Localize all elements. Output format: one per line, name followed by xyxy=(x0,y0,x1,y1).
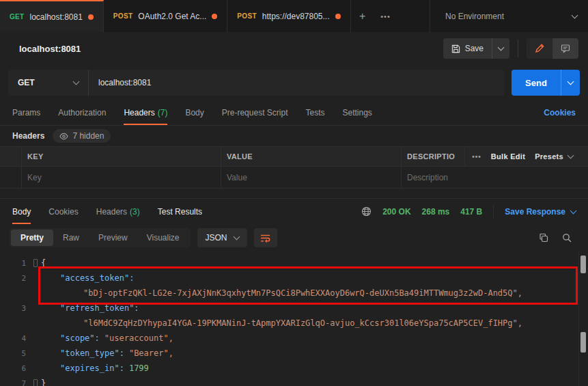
view-raw[interactable]: Raw xyxy=(53,230,89,246)
table-tools: ••• Bulk Edit Presets xyxy=(464,147,583,166)
headers-table-header: KEY VALUE DESCRIPTIO ••• Bulk Edit Prese… xyxy=(0,146,588,167)
json-number-value: 1799 xyxy=(129,363,149,373)
table-more-options-icon[interactable]: ••• xyxy=(472,153,481,161)
scrollbar-thumb[interactable] xyxy=(580,256,586,273)
method-badge-post: POST xyxy=(113,12,132,20)
request-tabs-strip: GET localhost:8081 POST OAuth2.0 Get Ac.… xyxy=(0,0,430,32)
tab-headers-label: Headers xyxy=(124,108,154,118)
method-badge-get: GET xyxy=(10,13,24,20)
headers-count-badge: (7) xyxy=(158,108,168,118)
response-body-viewer[interactable]: 1 { 2 "access_token": "bDj-optFzQKl-LG2e… xyxy=(0,251,588,386)
response-tab-test-results[interactable]: Test Results xyxy=(158,199,202,224)
response-tab-cookies[interactable]: Cookies xyxy=(48,199,78,224)
code-line: 1 { xyxy=(0,256,588,271)
request-tab-3[interactable]: POST https://dev87805... xyxy=(227,0,350,32)
save-button-group: Save xyxy=(443,38,509,59)
save-response-dropdown[interactable]: Save Response xyxy=(493,205,576,219)
line-number: 7 xyxy=(0,379,30,386)
tab-label: localhost:8081 xyxy=(29,12,82,22)
url-input[interactable]: localhost:8081 xyxy=(89,70,505,96)
line-number: 4 xyxy=(0,334,30,343)
bulk-edit-button[interactable]: Bulk Edit xyxy=(491,152,525,161)
format-selector[interactable]: JSON xyxy=(197,228,247,247)
response-time: 268 ms xyxy=(422,207,450,217)
value-input[interactable]: Value xyxy=(221,167,402,188)
send-button[interactable]: Send xyxy=(512,70,561,96)
column-key: KEY xyxy=(22,147,221,166)
json-key: "scope": xyxy=(60,333,100,343)
code-line: 7 } xyxy=(0,376,588,386)
code-line: 6 "expires_in":1799 xyxy=(0,361,588,376)
save-options-button[interactable] xyxy=(492,38,509,59)
environment-label: No Environment xyxy=(445,12,504,21)
view-pretty[interactable]: Pretty xyxy=(11,230,53,246)
edit-button[interactable] xyxy=(527,38,552,59)
wrap-text-button[interactable] xyxy=(254,228,277,247)
scrollbar-track xyxy=(578,251,579,386)
method-selector[interactable]: GET xyxy=(8,70,89,96)
new-tab-button[interactable]: + xyxy=(351,0,374,32)
code-fold-icon[interactable] xyxy=(33,379,38,386)
column-description: DESCRIPTIO xyxy=(407,152,458,161)
tab-body[interactable]: Body xyxy=(185,100,204,125)
tab-label: OAuth2.0 Get Ac... xyxy=(138,12,206,21)
eye-icon xyxy=(59,133,68,140)
save-icon xyxy=(451,44,460,53)
request-tab-1[interactable]: GET localhost:8081 xyxy=(0,0,104,32)
code-fold-icon[interactable] xyxy=(33,259,38,267)
network-globe-icon[interactable] xyxy=(361,206,372,217)
response-tab-headers[interactable]: Headers (3) xyxy=(96,199,140,224)
view-visualize[interactable]: Visualize xyxy=(137,230,189,246)
copy-icon[interactable] xyxy=(539,233,548,243)
hidden-headers-toggle[interactable]: 7 hidden xyxy=(53,129,111,143)
response-toolbar: Pretty Raw Preview Visualize JSON xyxy=(0,224,588,251)
tab-authorization[interactable]: Authorization xyxy=(58,100,106,125)
json-string-value: "Bearer", xyxy=(129,348,173,358)
request-title-row: localhost:8081 Save xyxy=(0,32,588,65)
format-selected-label: JSON xyxy=(206,233,227,243)
headers-section-title: Headers xyxy=(12,131,44,141)
unsaved-dot-icon xyxy=(212,14,217,19)
scrollbar-thumb[interactable] xyxy=(580,332,586,353)
send-options-button[interactable] xyxy=(561,70,580,96)
presets-dropdown[interactable]: Presets xyxy=(535,152,583,161)
code-line: 5 "token_type":"Bearer", xyxy=(0,346,588,361)
request-tab-2[interactable]: POST OAuth2.0 Get Ac... xyxy=(104,0,228,32)
json-key: "expires_in": xyxy=(60,363,124,373)
tab-label: https://dev87805... xyxy=(262,12,330,21)
json-string-value: "bDj-optFzQKl-LG2e-7xjAXjNnK3qxhytMn7PsQ… xyxy=(83,288,522,298)
postman-window: GET localhost:8081 POST OAuth2.0 Get Ac.… xyxy=(0,0,588,386)
tab-params[interactable]: Params xyxy=(12,100,40,125)
code-line: 3 "refresh_token": xyxy=(0,301,588,316)
unsaved-dot-icon xyxy=(335,14,341,19)
code-line: 2 "access_token": xyxy=(0,271,588,286)
tab-prerequest-script[interactable]: Pre-request Script xyxy=(222,100,288,125)
cookies-link[interactable]: Cookies xyxy=(544,108,576,118)
tab-settings[interactable]: Settings xyxy=(343,100,372,125)
key-input[interactable]: Key xyxy=(22,167,221,188)
description-input[interactable]: Description xyxy=(402,167,588,188)
tab-more-options-icon[interactable]: ••• xyxy=(374,0,397,32)
tab-tests[interactable]: Tests xyxy=(305,100,324,125)
view-preview[interactable]: Preview xyxy=(89,230,137,246)
json-string-value: "l6MdC9ZqHzDYhypaI4YGA-19PKMANinJ-tApmpY… xyxy=(83,318,522,328)
chevron-down-icon xyxy=(570,207,577,214)
unsaved-dot-icon xyxy=(88,14,94,20)
save-button[interactable]: Save xyxy=(443,38,492,59)
json-key: "refresh_token": xyxy=(60,303,139,313)
response-header: Body Cookies Headers (3) Test Results 20… xyxy=(0,198,588,224)
response-size: 417 B xyxy=(460,207,482,217)
code-line: 4 "scope":"useraccount", xyxy=(0,331,588,346)
checkbox-column xyxy=(0,147,22,166)
comment-button[interactable] xyxy=(552,38,578,59)
save-button-label: Save xyxy=(465,44,484,53)
environment-selector[interactable]: No Environment xyxy=(430,0,588,32)
json-key: "token_type": xyxy=(60,348,124,358)
code-line: "bDj-optFzQKl-LG2e-7xjAXjNnK3qxhytMn7PsQ… xyxy=(0,286,588,301)
response-headers-label: Headers xyxy=(96,207,127,217)
response-tab-body[interactable]: Body xyxy=(12,199,31,224)
edit-comment-group xyxy=(527,38,578,59)
chevron-down-icon xyxy=(568,152,574,159)
tab-headers[interactable]: Headers (7) xyxy=(124,100,167,125)
search-icon[interactable] xyxy=(562,233,572,243)
